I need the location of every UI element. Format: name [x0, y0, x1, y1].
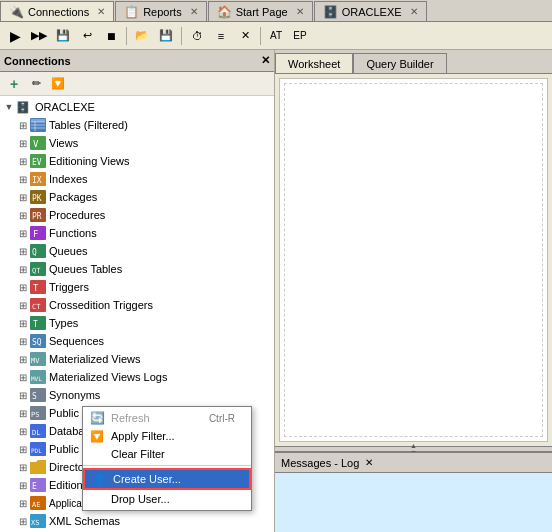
- context-clear-filter-label: Clear Filter: [111, 448, 165, 460]
- rollback-button[interactable]: ↩: [76, 25, 98, 47]
- tab-start-page[interactable]: 🏠 Start Page ✕: [208, 1, 313, 21]
- svg-text:V: V: [33, 139, 39, 149]
- synonyms-label: Synonyms: [49, 389, 100, 401]
- open-button[interactable]: 📂: [131, 25, 153, 47]
- svg-text:DL: DL: [32, 429, 40, 437]
- db-icon: 🗄️: [16, 99, 32, 115]
- expand-procedures[interactable]: ⊞: [16, 208, 30, 222]
- svg-text:PR: PR: [32, 212, 42, 221]
- clear-filter-icon: [89, 446, 105, 462]
- expand-public-synonyms[interactable]: ⊞: [16, 406, 30, 420]
- cancel-button[interactable]: ⏹: [100, 25, 122, 47]
- context-refresh-label: Refresh: [111, 412, 150, 424]
- tab-start-page-label: Start Page: [236, 6, 288, 18]
- directories-icon: [30, 459, 46, 475]
- tree-item-procedures[interactable]: ⊞ PR Procedures: [0, 206, 274, 224]
- expand-types[interactable]: ⊞: [16, 316, 30, 330]
- edit-connection-button[interactable]: ✏: [26, 75, 46, 93]
- context-menu-apply-filter[interactable]: 🔽 Apply Filter...: [83, 427, 251, 445]
- expand-directories[interactable]: ⊞: [16, 460, 30, 474]
- indexes-icon: IX: [30, 171, 46, 187]
- tree-item-tables[interactable]: ⊞ Tables (Filtered): [0, 116, 274, 134]
- expand-queues-tables[interactable]: ⊞: [16, 262, 30, 276]
- format-button[interactable]: ≡: [210, 25, 232, 47]
- tree-item-views[interactable]: ⊞ V Views: [0, 134, 274, 152]
- commit-button[interactable]: 💾: [52, 25, 74, 47]
- history-button[interactable]: ⏱: [186, 25, 208, 47]
- toolbar-sep-1: [126, 27, 127, 45]
- expand-editions[interactable]: ⊞: [16, 478, 30, 492]
- context-menu-drop-user[interactable]: Drop User...: [83, 490, 251, 508]
- tab-reports[interactable]: 📋 Reports ✕: [115, 1, 207, 21]
- editioning-views-icon: EV: [30, 153, 46, 169]
- svg-text:AE: AE: [32, 501, 40, 509]
- crossedition-triggers-label: Crossedition Triggers: [49, 299, 153, 311]
- expand-tables[interactable]: ⊞: [16, 118, 30, 132]
- matviews-logs-icon: MVL: [30, 369, 46, 385]
- tree-item-editioning-views[interactable]: ⊞ EV Editioning Views: [0, 152, 274, 170]
- clear-button[interactable]: ✕: [234, 25, 256, 47]
- tree-item-oraclexe[interactable]: ▼ 🗄️ ORACLEXE: [0, 98, 274, 116]
- tree-item-xml-schemas[interactable]: ⊞ XS XML Schemas: [0, 512, 274, 530]
- expand-packages[interactable]: ⊞: [16, 190, 30, 204]
- expand-functions[interactable]: ⊞: [16, 226, 30, 240]
- tab-reports-close[interactable]: ✕: [190, 6, 198, 17]
- tree-item-crossedition-triggers[interactable]: ⊞ CT Crossedition Triggers: [0, 296, 274, 314]
- expand-triggers[interactable]: ⊞: [16, 280, 30, 294]
- types-label: Types: [49, 317, 78, 329]
- explain-button[interactable]: EP: [289, 25, 311, 47]
- context-menu-refresh[interactable]: 🔄 Refresh Ctrl-R: [83, 409, 251, 427]
- tree-item-sequences[interactable]: ⊞ SQ Sequences: [0, 332, 274, 350]
- worksheet-tab-label: Worksheet: [288, 58, 340, 70]
- right-panel: Worksheet Query Builder ▲ ▼ Messages - L…: [275, 50, 552, 532]
- expand-matviews-logs[interactable]: ⊞: [16, 370, 30, 384]
- expand-oraclexe[interactable]: ▼: [2, 100, 16, 114]
- tree-item-matviews-logs[interactable]: ⊞ MVL Materialized Views Logs: [0, 368, 274, 386]
- expand-crossedition-triggers[interactable]: ⊞: [16, 298, 30, 312]
- expand-editioning-views[interactable]: ⊞: [16, 154, 30, 168]
- new-connection-button[interactable]: +: [4, 75, 24, 93]
- worksheet-input[interactable]: [280, 79, 547, 441]
- expand-applic[interactable]: ⊞: [16, 496, 30, 510]
- tree-item-synonyms[interactable]: ⊞ S Synonyms: [0, 386, 274, 404]
- tree-item-types[interactable]: ⊞ T Types: [0, 314, 274, 332]
- expand-db-links[interactable]: ⊞: [16, 424, 30, 438]
- context-menu-create-user[interactable]: 👤 Create User...: [83, 468, 251, 490]
- expand-views[interactable]: ⊞: [16, 136, 30, 150]
- tree-item-triggers[interactable]: ⊞ T Triggers: [0, 278, 274, 296]
- start-page-icon: 🏠: [217, 5, 232, 19]
- tree-item-queues[interactable]: ⊞ Q Queues: [0, 242, 274, 260]
- svg-text:E: E: [32, 482, 37, 491]
- save-button[interactable]: 💾: [155, 25, 177, 47]
- autotrace-button[interactable]: AT: [265, 25, 287, 47]
- tab-oraclexe-label: ORACLEXE: [342, 6, 402, 18]
- expand-queues[interactable]: ⊞: [16, 244, 30, 258]
- connections-panel-close[interactable]: ✕: [261, 54, 270, 67]
- messages-close[interactable]: ✕: [365, 457, 373, 468]
- tree-item-indexes[interactable]: ⊞ IX Indexes: [0, 170, 274, 188]
- expand-indexes[interactable]: ⊞: [16, 172, 30, 186]
- tree-item-matviews[interactable]: ⊞ MV Materialized Views: [0, 350, 274, 368]
- oraclexe-icon: 🗄️: [323, 5, 338, 19]
- expand-matviews[interactable]: ⊞: [16, 352, 30, 366]
- tab-connections[interactable]: 🔌 Connections ✕: [0, 1, 114, 21]
- run-script-button[interactable]: ▶▶: [28, 25, 50, 47]
- tab-connections-close[interactable]: ✕: [97, 6, 105, 17]
- filter-button[interactable]: 🔽: [48, 75, 68, 93]
- tab-oraclexe-close[interactable]: ✕: [410, 6, 418, 17]
- tab-worksheet[interactable]: Worksheet: [275, 53, 353, 73]
- expand-synonyms[interactable]: ⊞: [16, 388, 30, 402]
- context-menu-clear-filter[interactable]: Clear Filter: [83, 445, 251, 463]
- context-menu-separator: [83, 465, 251, 466]
- tab-query-builder[interactable]: Query Builder: [353, 53, 446, 73]
- tree-item-queues-tables[interactable]: ⊞ QT Queues Tables: [0, 260, 274, 278]
- expand-sequences[interactable]: ⊞: [16, 334, 30, 348]
- tab-start-page-close[interactable]: ✕: [296, 6, 304, 17]
- expand-xml-schemas[interactable]: ⊞: [16, 514, 30, 528]
- run-button[interactable]: ▶: [4, 25, 26, 47]
- expand-public-db-links[interactable]: ⊞: [16, 442, 30, 456]
- tree-item-packages[interactable]: ⊞ PK Packages: [0, 188, 274, 206]
- tree-item-functions[interactable]: ⊞ F Functions: [0, 224, 274, 242]
- tab-oraclexe[interactable]: 🗄️ ORACLEXE ✕: [314, 1, 427, 21]
- filter-menu-icon: 🔽: [89, 428, 105, 444]
